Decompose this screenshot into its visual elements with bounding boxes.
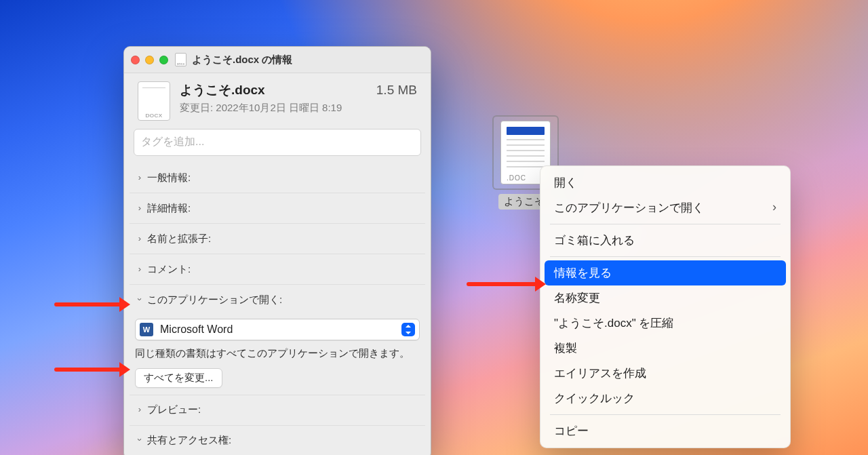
menu-compress[interactable]: "ようこそ.docx" を圧縮 bbox=[545, 311, 786, 336]
minimize-button[interactable] bbox=[145, 56, 154, 64]
section-label: 名前と拡張子: bbox=[147, 233, 211, 245]
chevron-right-icon: › bbox=[135, 233, 144, 243]
menu-open-with[interactable]: このアプリケーションで開く › bbox=[545, 195, 786, 220]
section-label: 共有とアクセス権: bbox=[147, 434, 231, 447]
tags-input[interactable]: タグを追加... bbox=[134, 129, 421, 156]
chevron-down-icon: › bbox=[135, 435, 145, 445]
section-name-extension[interactable]: › 名前と拡張子: bbox=[130, 223, 425, 254]
document-icon bbox=[175, 53, 186, 66]
change-all-button[interactable]: すべてを変更... bbox=[135, 368, 222, 388]
open-with-hint: 同じ種類の書類はすべてこのアプリケーションで開きます。 bbox=[135, 346, 420, 361]
zoom-button[interactable] bbox=[159, 56, 168, 64]
selected-app-name: Microsoft Word bbox=[160, 323, 233, 336]
chevron-right-icon: › bbox=[135, 264, 144, 274]
chevron-right-icon: › bbox=[135, 203, 144, 213]
annotation-arrow bbox=[467, 282, 538, 286]
chevron-right-icon: › bbox=[772, 200, 776, 214]
get-info-window: ようこそ.docx の情報 ようこそ.docx 1.5 MB 変更日: 2022… bbox=[123, 46, 431, 455]
section-details[interactable]: › 詳細情報: bbox=[130, 193, 425, 223]
section-label: 詳細情報: bbox=[147, 202, 191, 215]
file-modified-date: 変更日: 2022年10月2日 日曜日 8:19 bbox=[180, 102, 417, 115]
window-title: ようこそ.docx の情報 bbox=[192, 54, 292, 66]
file-header: ようこそ.docx 1.5 MB 変更日: 2022年10月2日 日曜日 8:1… bbox=[124, 73, 431, 125]
chevron-right-icon: › bbox=[135, 404, 144, 414]
word-app-icon: W bbox=[140, 323, 153, 336]
section-label: このアプリケーションで開く: bbox=[147, 294, 282, 306]
menu-open[interactable]: 開く bbox=[545, 170, 786, 195]
chevron-right-icon: › bbox=[135, 172, 144, 182]
section-label: プレビュー: bbox=[147, 403, 201, 416]
updown-icon bbox=[401, 323, 415, 336]
menu-trash[interactable]: ゴミ箱に入れる bbox=[545, 228, 786, 253]
menu-separator bbox=[550, 414, 781, 415]
window-titlebar[interactable]: ようこそ.docx の情報 bbox=[124, 47, 431, 73]
menu-rename[interactable]: 名称変更 bbox=[545, 285, 786, 311]
section-label: 一般情報: bbox=[147, 172, 191, 184]
close-button[interactable] bbox=[131, 56, 140, 64]
desktop-background: ようこそ.docx の情報 ようこそ.docx 1.5 MB 変更日: 2022… bbox=[0, 0, 868, 455]
menu-quicklook[interactable]: クイックルック bbox=[545, 386, 786, 411]
chevron-down-icon: › bbox=[135, 294, 145, 304]
menu-get-info[interactable]: 情報を見る bbox=[545, 260, 786, 285]
open-with-body: W Microsoft Word 同じ種類の書類はすべてこのアプリケーションで開… bbox=[130, 315, 425, 395]
section-open-with[interactable]: › このアプリケーションで開く: bbox=[130, 284, 425, 315]
menu-duplicate[interactable]: 複製 bbox=[545, 336, 786, 361]
section-general[interactable]: › 一般情報: bbox=[130, 163, 425, 193]
section-label: コメント: bbox=[147, 263, 191, 276]
annotation-arrow bbox=[54, 302, 122, 306]
section-comments[interactable]: › コメント: bbox=[130, 254, 425, 284]
menu-make-alias[interactable]: エイリアスを作成 bbox=[545, 361, 786, 386]
section-preview[interactable]: › プレビュー: bbox=[130, 395, 425, 425]
menu-separator bbox=[550, 256, 781, 257]
section-sharing[interactable]: › 共有とアクセス権: bbox=[130, 425, 425, 456]
annotation-arrow bbox=[54, 368, 122, 372]
file-preview-icon bbox=[138, 81, 170, 121]
context-menu: 開く このアプリケーションで開く › ゴミ箱に入れる 情報を見る 名称変更 "よ… bbox=[540, 165, 791, 448]
file-size: 1.5 MB bbox=[376, 83, 417, 98]
open-with-app-select[interactable]: W Microsoft Word bbox=[135, 319, 420, 340]
menu-copy[interactable]: コピー bbox=[545, 418, 786, 443]
file-name: ようこそ.docx bbox=[180, 81, 265, 99]
menu-separator bbox=[550, 224, 781, 224]
traffic-lights bbox=[131, 56, 168, 64]
